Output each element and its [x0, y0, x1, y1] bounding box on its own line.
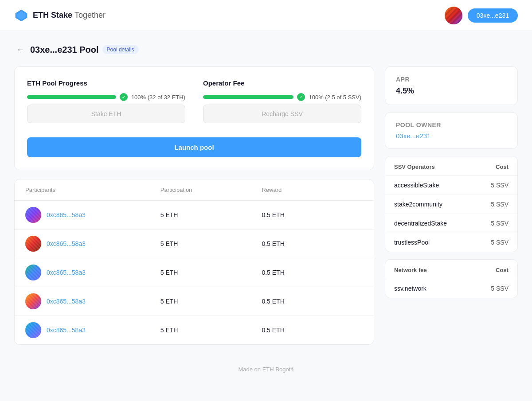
apr-label: APR — [396, 76, 507, 83]
participant-avatar — [25, 207, 41, 223]
reward-value: 0.5 ETH — [262, 269, 363, 276]
content-grid: ETH Pool Progress ✓ 100% (32 of 32 ETH) … — [14, 66, 518, 345]
ssv-progress-bar-row: ✓ 100% (2.5 of 5 SSV) — [203, 93, 361, 101]
participants-rows: 0xc865...58a3 5 ETH 0.5 ETH 0xc865...58a… — [15, 201, 374, 344]
operator-name: decentralizedStake — [394, 220, 447, 227]
user-avatar — [445, 7, 462, 24]
table-row: 0xc865...58a3 5 ETH 0.5 ETH — [15, 287, 374, 316]
network-fee-card: Network fee Cost ssv.network 5 SSV — [385, 259, 518, 298]
operator-cost: 5 SSV — [491, 220, 509, 227]
participant-address: 0xc865...58a3 — [47, 298, 86, 305]
eth-progress: ETH Pool Progress ✓ 100% (32 of 32 ETH) … — [27, 79, 185, 123]
operator-cost: 5 SSV — [491, 201, 509, 208]
ssv-operators-col-cost: Cost — [496, 164, 509, 170]
network-fee-rows: ssv.network 5 SSV — [385, 279, 517, 298]
wallet-button[interactable]: 03xe...e231 — [468, 8, 518, 23]
pool-owner-value: 03xe...e231 — [396, 132, 507, 140]
network-fee-col-cost: Cost — [496, 267, 509, 273]
table-row: 0xc865...58a3 5 ETH 0.5 ETH — [15, 316, 374, 344]
pool-details-badge: Pool details — [102, 45, 139, 54]
eth-progress-fill — [27, 95, 116, 99]
network-fee-row: ssv.network 5 SSV — [385, 279, 517, 298]
operator-name: accessibleStake — [394, 182, 439, 189]
operators-rows: accessibleStake 5 SSV stake2community 5 … — [385, 176, 517, 252]
pool-owner-card: Pool Owner 03xe...e231 — [385, 112, 518, 149]
participant-cell: 0xc865...58a3 — [25, 322, 160, 338]
ssv-check-icon: ✓ — [297, 93, 305, 101]
participant-cell: 0xc865...58a3 — [25, 207, 160, 223]
ssv-progress-label: Operator Fee — [203, 79, 361, 87]
apr-value: 4.5% — [396, 86, 507, 96]
recharge-ssv-button[interactable]: Recharge SSV — [203, 105, 361, 123]
operator-row: trustlessPool 5 SSV — [385, 233, 517, 252]
participant-avatar — [25, 265, 41, 280]
network-fee-header: Network fee Cost — [385, 260, 517, 279]
operator-row: stake2community 5 SSV — [385, 195, 517, 214]
ssv-operators-card: SSV Operators Cost accessibleStake 5 SSV… — [385, 156, 518, 252]
operator-cost: 5 SSV — [491, 182, 509, 189]
operator-cost: 5 SSV — [491, 239, 509, 246]
participant-avatar — [25, 293, 41, 309]
eth-progress-track — [27, 95, 116, 99]
participant-address: 0xc865...58a3 — [47, 240, 86, 247]
participants-table: Participants Participation Reward 0xc865… — [14, 179, 374, 345]
participant-cell: 0xc865...58a3 — [25, 293, 160, 309]
ssv-progress-fill — [203, 95, 293, 99]
col-participation: Participation — [160, 187, 262, 193]
pool-progress-card: ETH Pool Progress ✓ 100% (32 of 32 ETH) … — [14, 66, 374, 170]
pool-owner-label: Pool Owner — [396, 121, 507, 128]
participation-value: 5 ETH — [160, 211, 262, 218]
operator-name: stake2community — [394, 201, 442, 208]
footer-text: Made on ETH Bogotá — [238, 366, 293, 373]
header: ETH Stake Together 03xe...e231 — [0, 0, 532, 31]
table-row: 0xc865...58a3 5 ETH 0.5 ETH — [15, 201, 374, 230]
eth-check-icon: ✓ — [120, 93, 128, 101]
page-title: 03xe...e231 Pool — [30, 45, 99, 55]
eth-progress-label: ETH Pool Progress — [27, 79, 185, 87]
operator-row: decentralizedStake 5 SSV — [385, 214, 517, 233]
back-button[interactable]: ← — [14, 43, 27, 56]
col-reward: Reward — [262, 187, 363, 193]
participant-cell: 0xc865...58a3 — [25, 236, 160, 252]
progress-section: ETH Pool Progress ✓ 100% (32 of 32 ETH) … — [27, 79, 361, 123]
app-name: ETH Stake Together — [33, 11, 106, 20]
col-participants: Participants — [25, 187, 160, 193]
right-panel: APR 4.5% Pool Owner 03xe...e231 SSV Oper… — [385, 66, 518, 345]
left-panel: ETH Pool Progress ✓ 100% (32 of 32 ETH) … — [14, 66, 374, 345]
network-fee-col-name: Network fee — [394, 267, 427, 273]
reward-value: 0.5 ETH — [262, 240, 363, 247]
table-header: Participants Participation Reward — [15, 179, 374, 201]
participation-value: 5 ETH — [160, 327, 262, 334]
table-row: 0xc865...58a3 5 ETH 0.5 ETH — [15, 258, 374, 287]
stake-eth-button[interactable]: Stake ETH — [27, 105, 185, 123]
ssv-progress-text: 100% (2.5 of 5 SSV) — [309, 94, 361, 101]
operator-row: accessibleStake 5 SSV — [385, 176, 517, 195]
launch-pool-button[interactable]: Launch pool — [27, 137, 361, 157]
footer: Made on ETH Bogotá — [0, 357, 532, 382]
apr-card: APR 4.5% — [385, 66, 518, 105]
logo-icon — [14, 8, 28, 23]
network-fee-name: ssv.network — [394, 285, 426, 292]
eth-progress-text: 100% (32 of 32 ETH) — [131, 94, 185, 101]
participation-value: 5 ETH — [160, 298, 262, 305]
network-fee-cost: 5 SSV — [491, 285, 509, 292]
participation-value: 5 ETH — [160, 269, 262, 276]
ssv-progress: Operator Fee ✓ 100% (2.5 of 5 SSV) Recha… — [203, 79, 361, 123]
ssv-operators-col-name: SSV Operators — [394, 164, 435, 170]
participant-address: 0xc865...58a3 — [47, 327, 86, 334]
reward-value: 0.5 ETH — [262, 327, 363, 334]
reward-value: 0.5 ETH — [262, 211, 363, 218]
eth-progress-bar-row: ✓ 100% (32 of 32 ETH) — [27, 93, 185, 101]
participant-address: 0xc865...58a3 — [47, 211, 86, 218]
participant-address: 0xc865...58a3 — [47, 269, 86, 276]
header-right: 03xe...e231 — [445, 7, 518, 24]
participant-avatar — [25, 322, 41, 338]
operator-name: trustlessPool — [394, 239, 430, 246]
breadcrumb: ← 03xe...e231 Pool Pool details — [14, 43, 518, 56]
logo-area: ETH Stake Together — [14, 8, 106, 23]
reward-value: 0.5 ETH — [262, 298, 363, 305]
participant-avatar — [25, 236, 41, 252]
participant-cell: 0xc865...58a3 — [25, 265, 160, 280]
ssv-progress-track — [203, 95, 293, 99]
table-row: 0xc865...58a3 5 ETH 0.5 ETH — [15, 230, 374, 258]
